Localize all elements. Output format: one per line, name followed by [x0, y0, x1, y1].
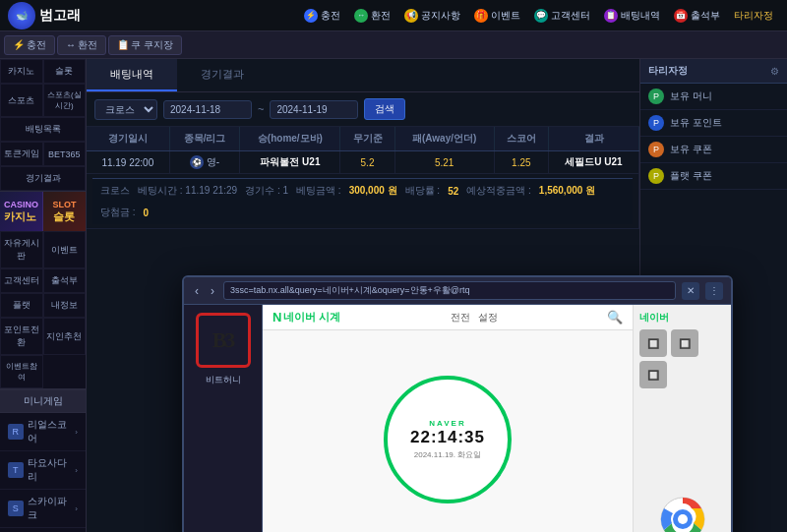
summary-won: 0: [144, 207, 150, 218]
overlay-back-btn[interactable]: ‹: [192, 284, 202, 298]
filter-search-btn[interactable]: 검색: [364, 98, 405, 120]
sidebar-item-casino[interactable]: 카지노: [0, 59, 43, 84]
naver-side-item-1[interactable]: 🔲: [639, 329, 667, 357]
sidebar-item-myinfo[interactable]: 내정보: [43, 293, 87, 318]
sidebar-item-sports[interactable]: 스포츠: [0, 84, 43, 117]
nav-links: ⚡ 충전 ↔ 환전 📢 공지사항 🎁 이벤트 💬 고객센터 📋 배팅내역 📅 출…: [126, 7, 779, 25]
sidebar-item-support[interactable]: 고객센터: [0, 268, 43, 293]
rs-coupon-icon: P: [648, 142, 664, 157]
odds-home: 5.2: [361, 157, 375, 168]
rs-money[interactable]: P 보유 머니: [640, 84, 787, 110]
sidebar-item-flat[interactable]: 플랫: [0, 293, 43, 318]
top-navigation: 🐋 범고래 ⚡ 충전 ↔ 환전 📢 공지사항 🎁 이벤트 💬 고객센터 📋 배팅…: [0, 0, 787, 31]
filter-row: 크로스 ~ 검색: [87, 92, 639, 127]
sidebar-item-token[interactable]: 토큰게임: [0, 142, 43, 166]
sidebar-item-attendance[interactable]: 출석부: [43, 268, 87, 293]
overlay-close-btn[interactable]: ✕: [682, 282, 699, 300]
naver-search-icon[interactable]: 🔍: [607, 310, 623, 325]
clock-time: 22:14:35: [410, 428, 485, 447]
sidebar-item-bet365[interactable]: BET365: [43, 142, 87, 166]
naver-side-item-3[interactable]: 🔲: [639, 361, 667, 388]
overlay-topbar: ‹ › 3ssc=tab.nx.all&query=네이버+시계&oquery=…: [184, 277, 731, 305]
snav-other-btn[interactable]: 📋 쿠 쿠지장: [108, 35, 182, 55]
sidebar-item-crown[interactable]: C 크라운 ›: [0, 528, 86, 532]
chevron-icon: ›: [75, 428, 78, 437]
rs-point[interactable]: P 보유 포인트: [640, 110, 787, 137]
summary-expected: 1,560,000 원: [539, 184, 595, 198]
th-datetime: 경기일시: [87, 127, 169, 151]
filter-date-to[interactable]: [270, 100, 358, 119]
tab-bet-history[interactable]: 배팅내역: [87, 59, 177, 91]
summary-expected-label: 예상적중금액 :: [466, 184, 531, 198]
rs-point-icon: P: [648, 115, 664, 131]
banner-slot[interactable]: SLOT 슬롯: [43, 192, 86, 231]
summary-mult: 52: [448, 186, 458, 197]
naver-side-item-2[interactable]: 🔲: [671, 329, 698, 357]
odds-draw: 5.21: [435, 157, 454, 168]
nav-support[interactable]: 💬 고객센터: [528, 7, 596, 25]
sidebar-item-sports-live[interactable]: 스포츠(실시간): [43, 84, 87, 117]
sidebar-item-event-join[interactable]: 이벤트참여: [0, 355, 43, 388]
overlay-url-bar[interactable]: 3ssc=tab.nx.all&query=네이버+시계&oquery=안통+우…: [223, 281, 676, 300]
th-home: 승(home/모바): [240, 127, 340, 151]
nav-charge[interactable]: ⚡ 충전: [298, 7, 346, 25]
overlay-forward-btn[interactable]: ›: [208, 284, 217, 298]
summary-type: 크로스: [100, 184, 130, 198]
summary-time: 베팅시간 : 11.19 21:29: [138, 184, 237, 198]
rs-flat-label: 플랫 쿠폰: [670, 169, 712, 183]
rs-flat-coupon[interactable]: P 플랫 쿠폰: [640, 163, 787, 190]
svg-point-3: [678, 514, 688, 524]
sidebar-item-referral[interactable]: 지인추천: [43, 318, 87, 355]
nav-user[interactable]: 타리자정: [728, 7, 779, 25]
sidebar-item-skypark[interactable]: S 스카이파크 ›: [0, 490, 86, 528]
sidebar-item-point[interactable]: 포인트전환: [0, 318, 43, 355]
th-away: 패(Away/언더): [394, 127, 494, 151]
sidebar-item-slot[interactable]: 슬롯: [43, 59, 87, 84]
snav-charge-btn[interactable]: ⚡ 충전: [4, 35, 55, 55]
nav-exchange[interactable]: ↔ 환전: [348, 7, 396, 25]
charge-icon: ⚡: [304, 9, 318, 23]
rs-settings-icon[interactable]: ⚙: [770, 66, 779, 77]
exchange-icon: ↔: [354, 9, 368, 23]
td-league: ⚽ 영-: [169, 151, 240, 174]
banner-casino[interactable]: CASINO 카지노: [0, 192, 43, 231]
mini-section-header: 미니게임: [0, 389, 86, 413]
sidebar-grid-top: 카지노 슬롯: [0, 59, 86, 84]
chrome-icon: [659, 496, 706, 532]
logo-area: 🐋 범고래: [8, 2, 126, 30]
naver-text: 네이버 시계: [283, 310, 340, 325]
nav-attendance[interactable]: 📅 출석부: [668, 7, 726, 25]
sidebar-item-bet-list[interactable]: 배팅목록: [0, 117, 86, 142]
nav-event[interactable]: 🎁 이벤트: [468, 7, 526, 25]
snav-exchange-btn[interactable]: ↔ 환전: [57, 35, 106, 55]
td-datetime: 11.19 22:00: [87, 151, 169, 174]
sidebar-item-event[interactable]: 이벤트: [43, 231, 87, 268]
odds-away: 1.25: [512, 157, 530, 168]
rs-flat-icon: P: [648, 168, 664, 184]
summary-count: 경기수 : 1: [245, 184, 288, 198]
sidebar-item-tayo[interactable]: T 타요사다리 ›: [0, 451, 86, 490]
filter-date-from[interactable]: [163, 100, 252, 119]
sidebar-item-board[interactable]: 자유게시판: [0, 231, 43, 268]
sidebar-item-real-score[interactable]: R 리얼스코어 ›: [0, 413, 86, 451]
nav-bet-history[interactable]: 📋 배팅내역: [598, 7, 666, 25]
chevron-icon-2: ›: [75, 466, 78, 475]
naver-nav-item-1: 전전: [451, 311, 470, 325]
clock-naver-label: NAVER: [429, 419, 465, 428]
nav-notice[interactable]: 📢 공지사항: [398, 7, 466, 25]
sidebar-item-result[interactable]: 경기결과: [0, 166, 86, 191]
tab-game-result[interactable]: 경기결과: [177, 59, 268, 91]
logo-text: 범고래: [39, 7, 81, 25]
user-label: 타리자정: [734, 9, 773, 23]
naver-n-icon: N: [272, 310, 281, 325]
filter-type-select[interactable]: 크로스: [94, 99, 157, 120]
naver-header: N 네이버 시계 전전 설정 🔍: [263, 305, 633, 330]
bet-summary: 크로스 베팅시간 : 11.19 21:29 경기수 : 1 베팅금액 : 30…: [92, 178, 633, 224]
overlay-settings-btn[interactable]: ⋮: [705, 282, 723, 300]
overlay-right-panel: 네이버 🔲 🔲 🔲: [633, 305, 731, 532]
rs-coupon[interactable]: P 보유 쿠폰: [640, 137, 787, 163]
tayo-icon: T: [8, 462, 24, 478]
away-team: 세필드U U21: [565, 156, 622, 167]
td-away-odds: 1.25: [494, 151, 548, 174]
summary-won-label: 당첨금 :: [100, 206, 136, 219]
